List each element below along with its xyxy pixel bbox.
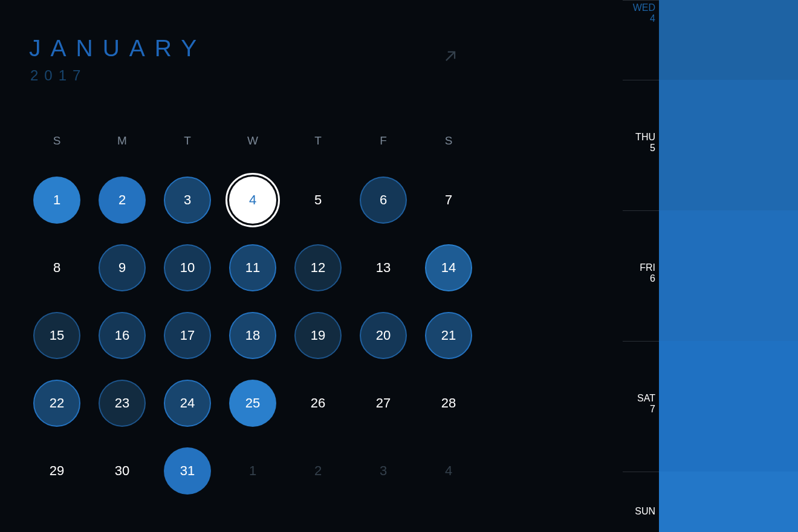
day-cell[interactable]: 16 xyxy=(89,312,155,359)
day-cell[interactable]: 22 xyxy=(24,380,89,427)
day-chip[interactable]: 29 xyxy=(33,447,80,495)
day-cell[interactable]: 21 xyxy=(416,312,481,359)
day-cell[interactable]: 9 xyxy=(89,244,155,291)
day-chip[interactable]: 31 xyxy=(164,447,211,495)
day-cell[interactable]: 31 xyxy=(155,447,220,495)
day-chip[interactable]: 22 xyxy=(33,380,80,427)
day-chip[interactable]: 24 xyxy=(164,380,211,427)
day-cell[interactable]: 20 xyxy=(351,312,416,359)
agenda-day-label[interactable]: SAT7 xyxy=(623,393,655,415)
day-cell[interactable]: 25 xyxy=(220,380,285,427)
day-cell[interactable]: 3 xyxy=(351,447,416,495)
day-chip[interactable]: 6 xyxy=(360,177,407,224)
weekday-label: F xyxy=(351,134,416,148)
month-title: JANUARY xyxy=(29,36,550,61)
day-cell[interactable]: 19 xyxy=(285,312,351,359)
agenda-day-number: 7 xyxy=(623,404,655,415)
day-cell[interactable]: 5 xyxy=(285,177,351,224)
day-cell[interactable]: 4 xyxy=(416,447,481,495)
agenda-day-label[interactable]: SUN xyxy=(623,506,655,517)
day-cell[interactable]: 2 xyxy=(89,177,155,224)
agenda-day-weekday: THU xyxy=(623,132,655,143)
agenda-divider xyxy=(623,80,659,80)
day-chip[interactable]: 18 xyxy=(229,312,276,359)
day-chip[interactable]: 16 xyxy=(99,312,146,359)
day-cell[interactable]: 12 xyxy=(285,244,351,291)
day-chip[interactable]: 23 xyxy=(99,380,146,427)
day-cell[interactable]: 17 xyxy=(155,312,220,359)
day-chip[interactable]: 3 xyxy=(164,177,211,224)
day-cell[interactable]: 7 xyxy=(416,177,481,224)
day-chip[interactable]: 30 xyxy=(99,447,146,495)
day-chip[interactable]: 21 xyxy=(425,312,472,359)
day-chip[interactable]: 11 xyxy=(229,244,276,291)
day-cell[interactable]: 29 xyxy=(24,447,89,495)
agenda-strip[interactable]: WED4THU5FRI6SAT7SUN xyxy=(623,0,798,532)
day-chip[interactable]: 2 xyxy=(294,447,342,495)
day-chip[interactable]: 12 xyxy=(294,244,342,291)
expand-icon[interactable] xyxy=(440,46,461,66)
day-cell[interactable]: 14 xyxy=(416,244,481,291)
day-chip[interactable]: 19 xyxy=(294,312,342,359)
agenda-day-label[interactable]: FRI6 xyxy=(623,262,655,284)
day-cell[interactable]: 13 xyxy=(351,244,416,291)
day-cell[interactable]: 24 xyxy=(155,380,220,427)
weekday-header-row: S M T W T F S xyxy=(24,134,623,148)
day-chip[interactable]: 1 xyxy=(33,177,80,224)
agenda-band[interactable] xyxy=(659,0,798,80)
day-chip[interactable]: 28 xyxy=(425,380,472,427)
day-cell[interactable]: 27 xyxy=(351,380,416,427)
day-chip[interactable]: 5 xyxy=(294,177,342,224)
day-cell[interactable]: 1 xyxy=(220,447,285,495)
agenda-day-label[interactable]: WED4 xyxy=(623,2,655,24)
agenda-day-weekday: SAT xyxy=(623,393,655,404)
agenda-day-weekday: WED xyxy=(623,2,655,13)
day-cell[interactable]: 1 xyxy=(24,177,89,224)
day-cell[interactable]: 4 xyxy=(220,177,285,224)
weekday-label: W xyxy=(220,134,285,148)
day-cell[interactable]: 30 xyxy=(89,447,155,495)
day-chip-today[interactable]: 4 xyxy=(229,177,276,224)
day-chip[interactable]: 9 xyxy=(99,244,146,291)
day-chip[interactable]: 14 xyxy=(425,244,472,291)
agenda-band[interactable] xyxy=(659,80,798,210)
calendar-header: JANUARY 2017 xyxy=(29,36,623,109)
day-chip[interactable]: 1 xyxy=(229,447,276,495)
agenda-band[interactable] xyxy=(659,472,798,532)
day-cell[interactable]: 26 xyxy=(285,380,351,427)
day-cell[interactable]: 10 xyxy=(155,244,220,291)
day-cell[interactable]: 6 xyxy=(351,177,416,224)
day-chip[interactable]: 3 xyxy=(360,447,407,495)
year-subtitle: 2017 xyxy=(30,67,550,84)
day-cell[interactable]: 18 xyxy=(220,312,285,359)
day-cell[interactable]: 28 xyxy=(416,380,481,427)
day-chip[interactable]: 2 xyxy=(99,177,146,224)
agenda-day-label[interactable]: THU5 xyxy=(623,132,655,154)
day-chip[interactable]: 8 xyxy=(33,244,80,291)
day-cell[interactable]: 3 xyxy=(155,177,220,224)
day-cell[interactable]: 8 xyxy=(24,244,89,291)
weekday-label: T xyxy=(155,134,220,148)
day-chip[interactable]: 26 xyxy=(294,380,342,427)
agenda-divider xyxy=(623,472,659,472)
day-cell[interactable]: 2 xyxy=(285,447,351,495)
agenda-day-number: 6 xyxy=(623,273,655,284)
day-chip[interactable]: 4 xyxy=(425,447,472,495)
day-chip[interactable]: 7 xyxy=(425,177,472,224)
day-chip[interactable]: 17 xyxy=(164,312,211,359)
day-cell[interactable]: 23 xyxy=(89,380,155,427)
day-cell[interactable]: 11 xyxy=(220,244,285,291)
day-chip[interactable]: 13 xyxy=(360,244,407,291)
agenda-band[interactable] xyxy=(659,341,798,472)
agenda-day-weekday: FRI xyxy=(623,262,655,273)
day-cell[interactable]: 15 xyxy=(24,312,89,359)
day-chip[interactable]: 27 xyxy=(360,380,407,427)
day-chip[interactable]: 25 xyxy=(229,380,276,427)
agenda-band[interactable] xyxy=(659,210,798,341)
day-chip[interactable]: 10 xyxy=(164,244,211,291)
agenda-day-number: 4 xyxy=(623,13,655,24)
day-chip[interactable]: 20 xyxy=(360,312,407,359)
days-grid: 1234567891011121314151617181920212223242… xyxy=(24,177,623,495)
weekday-label: S xyxy=(416,134,481,148)
day-chip[interactable]: 15 xyxy=(33,312,80,359)
